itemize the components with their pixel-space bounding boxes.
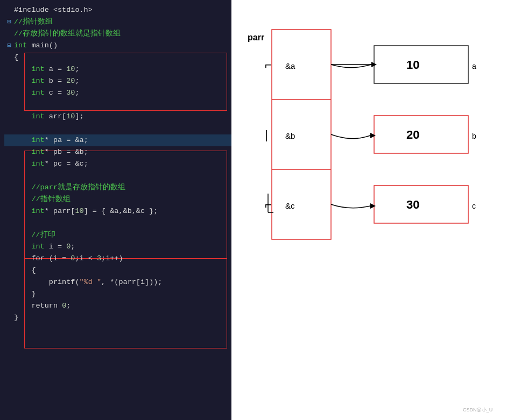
code-text: } <box>14 312 231 324</box>
code-line-9 <box>4 99 231 111</box>
value-b: 20 <box>406 128 419 141</box>
code-line-1: #include <stdio.h> <box>4 4 231 16</box>
code-line-5: { <box>4 52 231 63</box>
value-box-b <box>374 116 468 153</box>
value-box-a <box>374 46 468 83</box>
code-line-10: int arr[10]; <box>4 111 231 123</box>
watermark: CSDN@小_U <box>463 407 492 412</box>
code-text: printf("%d ", *(parr[i])); <box>14 276 231 288</box>
code-line-25: } <box>4 288 231 300</box>
code-line-11 <box>4 123 231 134</box>
code-line-8: int c = 30; <box>4 87 231 99</box>
addr-b: &b <box>285 131 295 140</box>
code-text: #include <stdio.h> <box>14 4 231 16</box>
code-text: for (i = 0;i < 3;i++) <box>14 253 231 265</box>
code-text: //parr就是存放指针的数组 <box>14 182 231 194</box>
var-b: b <box>472 132 476 140</box>
code-line-26: return 0; <box>4 300 231 312</box>
code-line-27: } <box>4 312 231 324</box>
code-text: int* parr[10] = { &a,&b,&c }; <box>14 205 231 217</box>
code-text: } <box>14 288 231 300</box>
code-text: //指针数组 <box>14 16 231 28</box>
code-line-16: //parr就是存放指针的数组 <box>4 182 231 194</box>
bracket-b: | <box>265 128 268 141</box>
code-text: int* pc = &c; <box>14 158 231 170</box>
code-text: int a = 10; <box>14 63 231 75</box>
parr-array-box <box>272 30 331 239</box>
code-line-15 <box>4 170 231 182</box>
gutter: ⊟ <box>4 16 14 28</box>
code-text: //打印 <box>14 229 231 241</box>
bracket-a: ⌐ <box>265 58 272 72</box>
arrow-b-curve <box>331 134 370 139</box>
code-text: { <box>14 52 231 63</box>
gutter: ⊟ <box>4 40 14 52</box>
code-line-13: int* pb = &b; <box>4 146 231 158</box>
arrow-a-curve <box>331 65 371 68</box>
code-text: int b = 20; <box>14 75 231 87</box>
code-text: int* pa = &a; <box>14 134 231 146</box>
value-a: 10 <box>406 58 419 72</box>
code-line-22: for (i = 0;i < 3;i++) <box>4 253 231 265</box>
code-line-4: ⊟ int main() <box>4 40 231 52</box>
code-line-24: printf("%d ", *(parr[i])); <box>4 276 231 288</box>
code-line-2: ⊟ //指针数组 <box>4 16 231 28</box>
diagram-svg: parr &a ⌐ &b | &c ⌐ 10 a 20 b 30 c <box>231 0 514 420</box>
var-c: c <box>472 202 476 210</box>
code-text: { <box>14 265 231 276</box>
var-a: a <box>472 62 476 70</box>
value-box-c <box>374 186 468 223</box>
code-line-21: int i = 0; <box>4 241 231 253</box>
code-line-23: { <box>4 265 231 276</box>
code-text: int i = 0; <box>14 241 231 253</box>
value-c: 30 <box>406 198 419 211</box>
code-line-6: int a = 10; <box>4 63 231 75</box>
code-text: return 0; <box>14 300 231 312</box>
code-text: int arr[10]; <box>14 111 231 123</box>
diagram-panel: parr &a ⌐ &b | &c ⌐ 10 a 20 b 30 c <box>231 0 514 420</box>
code-text: int c = 30; <box>14 87 231 99</box>
code-text: int main() <box>14 40 231 52</box>
code-line-14: int* pc = &c; <box>4 158 231 170</box>
code-line-20: //打印 <box>4 229 231 241</box>
parr-label: parr <box>248 33 264 42</box>
addr-c: &c <box>285 201 295 210</box>
code-text: int* pb = &b; <box>14 146 231 158</box>
addr-a: &a <box>285 61 295 70</box>
code-line-19 <box>4 217 231 229</box>
code-text: //指针数组 <box>14 194 231 205</box>
code-text: //存放指针的数组就是指针数组 <box>14 28 231 40</box>
code-line-18: int* parr[10] = { &a,&b,&c }; <box>4 205 231 217</box>
code-line-3: //存放指针的数组就是指针数组 <box>4 28 231 40</box>
code-line-7: int b = 20; <box>4 75 231 87</box>
code-panel: #include <stdio.h> ⊟ //指针数组 //存放指针的数组就是指… <box>0 0 231 420</box>
arrow-c-curve <box>331 204 370 208</box>
code-line-12: int* pa = &a; <box>4 134 231 146</box>
code-line-17: //指针数组 <box>4 194 231 205</box>
